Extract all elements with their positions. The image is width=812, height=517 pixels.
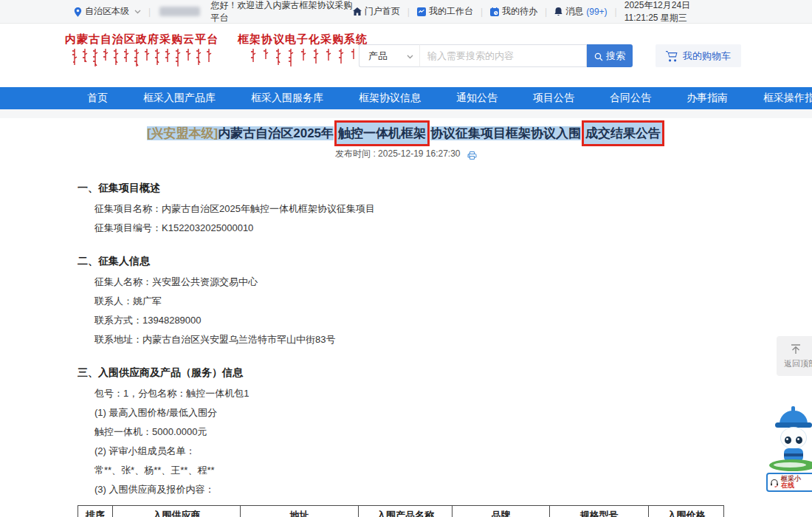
divider: | xyxy=(407,7,410,17)
workbench-icon xyxy=(417,7,426,17)
title-region-tag: [兴安盟本级] xyxy=(147,126,218,140)
project-name: 征集项目名称：内蒙古自治区2025年触控一体机框架协议征集项目 xyxy=(94,203,812,214)
search-category-select[interactable]: 产品 xyxy=(359,44,419,67)
mascot-eye xyxy=(796,436,802,444)
chevron-down-icon xyxy=(134,7,141,17)
price-value: 触控一体机：5000.0000元 xyxy=(94,426,812,437)
search-category-value: 产品 xyxy=(368,49,388,63)
quote-content-label: (3) 入围供应商及报价内容： xyxy=(94,484,812,495)
nav-item-product-library[interactable]: 框采入围产品库 xyxy=(143,92,216,105)
result-table: 排序 入围供应商 地址 入围产品名称 品牌 规格型号 入围价格 xyxy=(78,505,724,517)
mascot-label-line2: 在线 xyxy=(781,482,801,489)
portal-home-label: 门户首页 xyxy=(365,5,400,18)
home-icon xyxy=(353,7,362,17)
location-pin-icon xyxy=(74,6,82,16)
cart-button[interactable]: 我的购物车 xyxy=(656,44,741,67)
col-brand: 品牌 xyxy=(453,506,550,517)
mascot-face xyxy=(780,427,807,449)
mascot-base-swirl xyxy=(774,462,806,468)
site-logo[interactable]: 内蒙古自治区政府采购云平台 xyxy=(65,32,368,67)
table-header-row: 排序 入围供应商 地址 入围产品名称 品牌 规格型号 入围价格 xyxy=(78,506,724,517)
site-header: 内蒙古自治区政府采购云平台 xyxy=(0,24,812,87)
messages-label: 消息 xyxy=(565,5,583,18)
col-supplier: 入围供应商 xyxy=(113,506,241,517)
region-label: 自治区本级 xyxy=(85,5,129,18)
contact-address: 联系地址：内蒙古自治区兴安盟乌兰浩特市罕山中街83号 xyxy=(94,334,812,345)
col-product-name: 入围产品名称 xyxy=(359,506,453,517)
title-segment: 协议征集项目框架协议入围 xyxy=(430,126,581,140)
workbench-link[interactable]: 我的工作台 xyxy=(417,5,473,18)
nav-item-notices[interactable]: 通知公告 xyxy=(456,92,498,105)
collector-name: 征集人名称：兴安盟公共资源交易中心 xyxy=(94,276,812,287)
section-heading: 二、征集人信息 xyxy=(78,255,812,268)
mascot-eye xyxy=(785,436,791,444)
todo-icon xyxy=(490,7,499,17)
col-rank: 排序 xyxy=(78,506,113,517)
col-address: 地址 xyxy=(241,506,359,517)
headset-icon xyxy=(770,476,779,489)
divider: | xyxy=(148,7,151,17)
messages-count-badge: (99+) xyxy=(586,7,607,17)
search-bar: 产品 搜索 xyxy=(359,44,633,67)
logo-title-2: 框架协议电子化采购系统 xyxy=(238,32,368,47)
logo-title-1: 内蒙古自治区政府采购云平台 xyxy=(65,32,219,47)
review-panel-label: (2) 评审小组成员名单： xyxy=(94,445,812,456)
section-overview: 一、征集项目概述 征集项目名称：内蒙古自治区2025年触控一体机框架协议征集项目… xyxy=(78,182,812,233)
section-heading: 一、征集项目概述 xyxy=(78,182,812,195)
search-button[interactable]: 搜索 xyxy=(587,44,633,67)
current-datetime: 2025年12月24日11:21:25 星期三 xyxy=(625,0,723,24)
messages-link[interactable]: 消息(99+) xyxy=(554,5,607,18)
nav-item-home[interactable]: 首页 xyxy=(87,92,108,105)
nav-item-project-announcements[interactable]: 项目公告 xyxy=(533,92,574,105)
mongolian-script-icon xyxy=(247,48,358,67)
review-panel-names: 常**、张*、杨**、王**、程** xyxy=(94,465,812,476)
project-number: 征集项目编号：K1522032025000010 xyxy=(94,222,812,233)
nav-item-service-library[interactable]: 框采入围服务库 xyxy=(251,92,323,105)
nav-item-operation-guide[interactable]: 框采操作指南 xyxy=(763,92,812,105)
search-icon xyxy=(594,50,603,61)
annotation-box-2: 成交结果公告 xyxy=(582,120,664,146)
masked-username xyxy=(159,7,200,16)
section-collector-info: 二、征集人信息 征集人名称：兴安盟公共资源交易中心 联系人：姚广军 联系方式：1… xyxy=(78,255,812,345)
section-supplier-info: 三、入围供应商及产品（服务）信息 包号：1，分包名称：触控一体机包1 (1) 最… xyxy=(78,366,812,495)
contact-person: 联系人：姚广军 xyxy=(94,295,812,307)
print-icon[interactable] xyxy=(467,150,477,160)
contact-phone: 联系方式：13948289000 xyxy=(94,315,812,326)
col-model: 规格型号 xyxy=(550,506,649,517)
page: 自治区本级 | 您好！欢迎进入内蒙古框架协议采购平台 门户首页 | xyxy=(0,0,812,517)
chevron-down-icon xyxy=(407,50,413,61)
bell-icon xyxy=(554,7,562,17)
nav-item-service-guide[interactable]: 办事指南 xyxy=(687,92,728,105)
portal-home-link[interactable]: 门户首页 xyxy=(353,5,400,18)
page-title: [兴安盟本级]内蒙古自治区2025年触控一体机框架协议征集项目框架协议入围成交结… xyxy=(0,124,812,143)
divider: | xyxy=(545,7,547,17)
publish-time: 发布时间 : 2025-12-19 16:27:30 xyxy=(0,148,812,160)
search-input[interactable] xyxy=(419,44,587,67)
article-sections: 一、征集项目概述 征集项目名称：内蒙古自治区2025年触控一体机框架协议征集项目… xyxy=(78,182,812,495)
arrow-up-icon xyxy=(790,342,802,355)
publish-time-label: 发布时间 : 2025-12-19 16:27:30 xyxy=(335,148,460,159)
region-selector[interactable]: 自治区本级 xyxy=(74,5,141,18)
todo-label: 我的待办 xyxy=(502,5,537,18)
welcome-text: 您好！欢迎进入内蒙古框架协议采购平台 xyxy=(210,0,352,24)
nav-item-agreement-info[interactable]: 框架协议信息 xyxy=(359,92,421,105)
annotation-box-1: 触控一体机框架 xyxy=(334,120,430,146)
online-service-badge[interactable]: 框采小 在线 xyxy=(766,473,812,492)
nav-item-contract-announcements[interactable]: 合同公告 xyxy=(610,92,651,105)
mascot-belt xyxy=(784,453,803,456)
main-nav: 首页 框采入围产品库 框采入围服务库 框架协议信息 通知公告 项目公告 合同公告… xyxy=(0,87,812,109)
back-to-top-button[interactable]: 返回顶部 xyxy=(777,336,812,376)
divider xyxy=(0,109,812,118)
announcement-article: [兴安盟本级]内蒙古自治区2025年触控一体机框架协议征集项目框架协议入围成交结… xyxy=(0,124,812,517)
workbench-label: 我的工作台 xyxy=(429,5,473,18)
search-button-label: 搜索 xyxy=(606,49,625,63)
col-price: 入围价格 xyxy=(649,506,724,517)
customer-service-mascot[interactable]: 框采小 在线 xyxy=(765,406,812,492)
top-utility-bar: 自治区本级 | 您好！欢迎进入内蒙古框架协议采购平台 门户首页 | xyxy=(0,0,812,24)
title-segment: 内蒙古自治区2025年 xyxy=(218,126,334,140)
section-heading: 三、入围供应商及产品（服务）信息 xyxy=(78,366,812,380)
mongolian-script-icon xyxy=(70,48,214,67)
package-info: 包号：1，分包名称：触控一体机包1 xyxy=(94,388,812,399)
todo-link[interactable]: 我的待办 xyxy=(490,5,537,18)
max-price-label: (1) 最高入围价格/最低入围分 xyxy=(94,407,812,418)
